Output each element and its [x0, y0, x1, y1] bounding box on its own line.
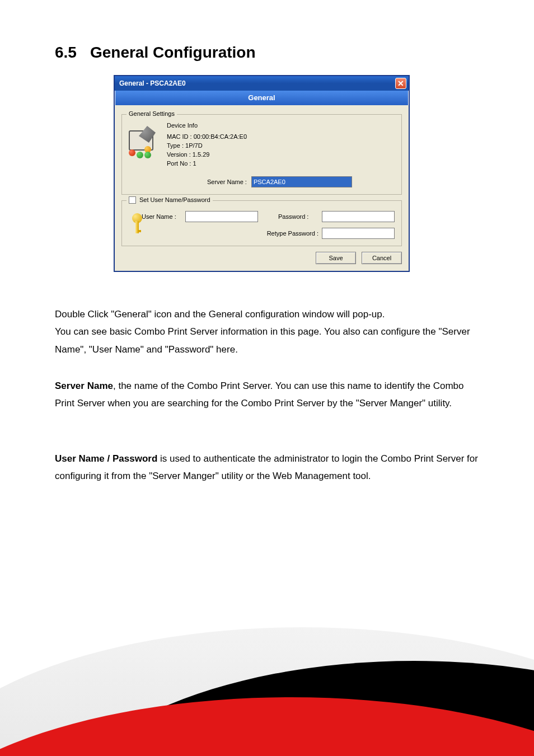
user-pw-row2: Retype Password :	[142, 228, 395, 239]
paragraph-2: Server Name, the name of the Combo Print…	[55, 377, 480, 412]
device-icon	[129, 127, 160, 158]
key-icon	[129, 213, 134, 236]
heading-number: 6.5	[55, 44, 77, 61]
paragraph-1: Double Click "General" icon and the Gene…	[55, 306, 480, 358]
device-info-label: Device Info	[167, 121, 247, 130]
p1-line1: Double Click "General" icon and the Gene…	[55, 309, 385, 320]
footer-swoosh	[0, 611, 534, 756]
server-name-label: Server Name :	[207, 179, 247, 185]
p3-bold: User Name / Password	[55, 453, 157, 464]
server-name-row: Server Name :	[207, 176, 395, 187]
window-title: General - PSCA2AE0	[119, 79, 186, 87]
heading-title: General Configuration	[90, 44, 256, 61]
password-label: Password :	[278, 213, 318, 220]
port-no-line: Port No : 1	[167, 159, 247, 168]
device-info-block: Device Info MAC ID : 00:00:B4:CA:2A:E0 T…	[167, 121, 247, 168]
username-input[interactable]	[185, 211, 258, 222]
mac-id-line: MAC ID : 00:00:B4:CA:2A:E0	[167, 133, 247, 142]
user-pw-fields: User Name : Password : Retype Password :	[142, 211, 395, 239]
cancel-button[interactable]: Cancel	[362, 252, 402, 264]
user-pw-row1: User Name : Password :	[142, 211, 395, 222]
general-dialog: General - PSCA2AE0 ✕ General General Set…	[114, 75, 410, 272]
set-user-pw-label: Set User Name/Password	[139, 196, 210, 203]
dialog-button-row: Save Cancel	[121, 252, 402, 264]
retype-password-label: Retype Password :	[251, 230, 318, 237]
password-input[interactable]	[322, 211, 395, 222]
p2-bold: Server Name	[55, 381, 113, 391]
close-button[interactable]: ✕	[395, 78, 406, 89]
set-user-pw-row: Set User Name/Password	[127, 196, 213, 204]
titlebar[interactable]: General - PSCA2AE0 ✕	[115, 76, 409, 91]
user-pw-content: User Name : Password : Retype Password :	[129, 211, 395, 239]
section-heading: 6.5General Configuration	[55, 44, 256, 62]
version-line: Version : 1.5.29	[167, 151, 247, 159]
retype-password-input[interactable]	[322, 228, 395, 239]
close-icon: ✕	[397, 79, 404, 87]
p2-rest: , the name of the Combo Print Server. Yo…	[55, 381, 464, 408]
tab-general[interactable]: General	[115, 91, 409, 105]
username-label: User Name :	[142, 213, 182, 220]
type-line: Type : 1P/7D	[167, 142, 247, 151]
page: 6.5General Configuration General - PSCA2…	[0, 0, 534, 756]
server-name-input[interactable]	[251, 176, 352, 187]
paragraph-3: User Name / Password is used to authenti…	[55, 450, 480, 485]
device-info-row: Device Info MAC ID : 00:00:B4:CA:2A:E0 T…	[129, 121, 395, 168]
user-password-group: Set User Name/Password User Name : Passw…	[121, 200, 402, 246]
general-settings-group: General Settings Device Info MAC ID : 00…	[121, 114, 402, 195]
p1-line2: You can see basic Combo Print Server inf…	[55, 326, 470, 354]
set-user-pw-checkbox[interactable]	[129, 196, 136, 204]
general-settings-legend: General Settings	[127, 110, 177, 117]
save-button[interactable]: Save	[316, 252, 356, 264]
dialog-body: General Settings Device Info MAC ID : 00…	[115, 105, 409, 271]
